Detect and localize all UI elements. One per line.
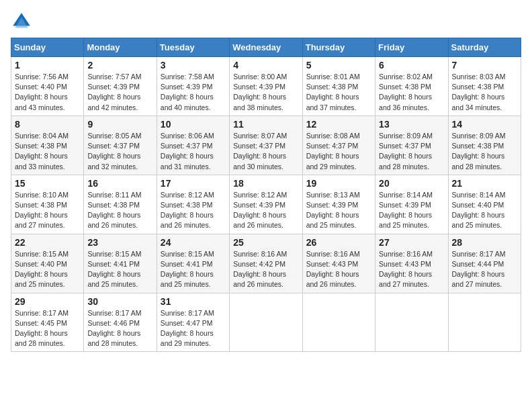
day-info: Sunrise: 8:09 AMSunset: 4:37 PMDaylight:… bbox=[379, 132, 433, 171]
table-row: 12 Sunrise: 8:08 AMSunset: 4:37 PMDaylig… bbox=[302, 116, 375, 175]
day-info: Sunrise: 8:17 AMSunset: 4:46 PMDaylight:… bbox=[87, 309, 141, 348]
day-info: Sunrise: 8:16 AMSunset: 4:43 PMDaylight:… bbox=[379, 250, 433, 289]
table-row: 8 Sunrise: 8:04 AMSunset: 4:38 PMDayligh… bbox=[11, 116, 84, 175]
table-row: 5 Sunrise: 8:01 AMSunset: 4:38 PMDayligh… bbox=[302, 57, 375, 116]
day-info: Sunrise: 8:04 AMSunset: 4:38 PMDaylight:… bbox=[15, 132, 69, 171]
table-row: 1 Sunrise: 7:56 AMSunset: 4:40 PMDayligh… bbox=[11, 57, 84, 116]
calendar-week-row: 8 Sunrise: 8:04 AMSunset: 4:38 PMDayligh… bbox=[11, 116, 521, 175]
table-row: 22 Sunrise: 8:15 AMSunset: 4:40 PMDaylig… bbox=[11, 234, 84, 293]
day-number: 26 bbox=[306, 237, 371, 248]
day-info: Sunrise: 8:03 AMSunset: 4:38 PMDaylight:… bbox=[452, 73, 506, 111]
day-number: 19 bbox=[306, 178, 371, 189]
table-row bbox=[302, 293, 375, 352]
day-info: Sunrise: 8:00 AMSunset: 4:39 PMDaylight:… bbox=[233, 73, 287, 111]
day-info: Sunrise: 8:17 AMSunset: 4:47 PMDaylight:… bbox=[161, 309, 214, 348]
day-number: 30 bbox=[87, 296, 152, 307]
day-info: Sunrise: 8:02 AMSunset: 4:38 PMDaylight:… bbox=[379, 73, 433, 111]
day-number: 11 bbox=[233, 119, 298, 130]
day-number: 23 bbox=[87, 237, 152, 248]
day-number: 17 bbox=[161, 178, 226, 189]
day-info: Sunrise: 8:12 AMSunset: 4:38 PMDaylight:… bbox=[161, 191, 214, 230]
day-info: Sunrise: 8:10 AMSunset: 4:38 PMDaylight:… bbox=[15, 191, 69, 230]
day-number: 15 bbox=[15, 178, 80, 189]
day-number: 21 bbox=[452, 178, 517, 189]
table-row: 19 Sunrise: 8:13 AMSunset: 4:39 PMDaylig… bbox=[302, 175, 375, 234]
day-info: Sunrise: 8:11 AMSunset: 4:38 PMDaylight:… bbox=[87, 191, 141, 230]
table-row bbox=[375, 293, 448, 352]
table-row: 11 Sunrise: 8:07 AMSunset: 4:37 PMDaylig… bbox=[230, 116, 302, 175]
header-friday: Friday bbox=[375, 38, 448, 57]
table-row: 3 Sunrise: 7:58 AMSunset: 4:39 PMDayligh… bbox=[157, 57, 229, 116]
logo-icon bbox=[11, 11, 32, 32]
table-row: 15 Sunrise: 8:10 AMSunset: 4:38 PMDaylig… bbox=[11, 175, 84, 234]
table-row: 27 Sunrise: 8:16 AMSunset: 4:43 PMDaylig… bbox=[375, 234, 448, 293]
day-number: 14 bbox=[452, 119, 517, 130]
day-number: 1 bbox=[15, 60, 80, 71]
table-row: 4 Sunrise: 8:00 AMSunset: 4:39 PMDayligh… bbox=[230, 57, 302, 116]
table-row: 13 Sunrise: 8:09 AMSunset: 4:37 PMDaylig… bbox=[375, 116, 448, 175]
day-number: 29 bbox=[15, 296, 80, 307]
day-number: 20 bbox=[379, 178, 444, 189]
day-info: Sunrise: 8:15 AMSunset: 4:41 PMDaylight:… bbox=[87, 250, 141, 289]
day-info: Sunrise: 8:05 AMSunset: 4:37 PMDaylight:… bbox=[87, 132, 141, 171]
calendar-week-row: 1 Sunrise: 7:56 AMSunset: 4:40 PMDayligh… bbox=[11, 57, 521, 116]
day-info: Sunrise: 8:07 AMSunset: 4:37 PMDaylight:… bbox=[233, 132, 287, 171]
day-info: Sunrise: 8:17 AMSunset: 4:44 PMDaylight:… bbox=[452, 250, 506, 289]
table-row: 31 Sunrise: 8:17 AMSunset: 4:47 PMDaylig… bbox=[157, 293, 229, 352]
day-number: 5 bbox=[306, 60, 371, 71]
day-number: 16 bbox=[87, 178, 152, 189]
header-sunday: Sunday bbox=[11, 38, 84, 57]
day-number: 28 bbox=[452, 237, 517, 248]
table-row: 24 Sunrise: 8:15 AMSunset: 4:41 PMDaylig… bbox=[157, 234, 229, 293]
table-row: 16 Sunrise: 8:11 AMSunset: 4:38 PMDaylig… bbox=[84, 175, 157, 234]
day-number: 24 bbox=[161, 237, 226, 248]
day-info: Sunrise: 8:13 AMSunset: 4:39 PMDaylight:… bbox=[306, 191, 360, 230]
calendar-week-row: 29 Sunrise: 8:17 AMSunset: 4:45 PMDaylig… bbox=[11, 293, 521, 352]
calendar-table: Sunday Monday Tuesday Wednesday Thursday… bbox=[11, 38, 521, 352]
calendar-week-row: 22 Sunrise: 8:15 AMSunset: 4:40 PMDaylig… bbox=[11, 234, 521, 293]
table-row: 20 Sunrise: 8:14 AMSunset: 4:39 PMDaylig… bbox=[375, 175, 448, 234]
day-info: Sunrise: 8:17 AMSunset: 4:45 PMDaylight:… bbox=[15, 309, 69, 348]
table-row bbox=[448, 293, 521, 352]
table-row bbox=[230, 293, 302, 352]
table-row: 23 Sunrise: 8:15 AMSunset: 4:41 PMDaylig… bbox=[84, 234, 157, 293]
header-wednesday: Wednesday bbox=[230, 38, 302, 57]
header-tuesday: Tuesday bbox=[157, 38, 229, 57]
day-number: 13 bbox=[379, 119, 444, 130]
day-info: Sunrise: 7:57 AMSunset: 4:39 PMDaylight:… bbox=[87, 73, 141, 111]
day-number: 25 bbox=[233, 237, 298, 248]
table-row: 9 Sunrise: 8:05 AMSunset: 4:37 PMDayligh… bbox=[84, 116, 157, 175]
day-info: Sunrise: 8:09 AMSunset: 4:38 PMDaylight:… bbox=[452, 132, 506, 171]
table-row: 25 Sunrise: 8:16 AMSunset: 4:42 PMDaylig… bbox=[230, 234, 302, 293]
table-row: 2 Sunrise: 7:57 AMSunset: 4:39 PMDayligh… bbox=[84, 57, 157, 116]
table-row: 21 Sunrise: 8:14 AMSunset: 4:40 PMDaylig… bbox=[448, 175, 521, 234]
day-info: Sunrise: 8:16 AMSunset: 4:42 PMDaylight:… bbox=[233, 250, 287, 289]
day-info: Sunrise: 7:58 AMSunset: 4:39 PMDaylight:… bbox=[161, 73, 214, 111]
table-row: 6 Sunrise: 8:02 AMSunset: 4:38 PMDayligh… bbox=[375, 57, 448, 116]
day-info: Sunrise: 8:08 AMSunset: 4:37 PMDaylight:… bbox=[306, 132, 360, 171]
table-row: 28 Sunrise: 8:17 AMSunset: 4:44 PMDaylig… bbox=[448, 234, 521, 293]
day-info: Sunrise: 8:01 AMSunset: 4:38 PMDaylight:… bbox=[306, 73, 360, 111]
day-number: 10 bbox=[161, 119, 226, 130]
day-number: 18 bbox=[233, 178, 298, 189]
day-number: 12 bbox=[306, 119, 371, 130]
day-number: 2 bbox=[87, 60, 152, 71]
logo bbox=[11, 11, 35, 32]
day-info: Sunrise: 8:15 AMSunset: 4:41 PMDaylight:… bbox=[161, 250, 214, 289]
day-number: 7 bbox=[452, 60, 517, 71]
day-number: 9 bbox=[87, 119, 152, 130]
day-number: 6 bbox=[379, 60, 444, 71]
day-number: 4 bbox=[233, 60, 298, 71]
day-info: Sunrise: 7:56 AMSunset: 4:40 PMDaylight:… bbox=[15, 73, 69, 111]
day-info: Sunrise: 8:14 AMSunset: 4:40 PMDaylight:… bbox=[452, 191, 506, 230]
table-row: 17 Sunrise: 8:12 AMSunset: 4:38 PMDaylig… bbox=[157, 175, 229, 234]
table-row: 14 Sunrise: 8:09 AMSunset: 4:38 PMDaylig… bbox=[448, 116, 521, 175]
header-saturday: Saturday bbox=[448, 38, 521, 57]
calendar-week-row: 15 Sunrise: 8:10 AMSunset: 4:38 PMDaylig… bbox=[11, 175, 521, 234]
table-row: 10 Sunrise: 8:06 AMSunset: 4:37 PMDaylig… bbox=[157, 116, 229, 175]
day-info: Sunrise: 8:15 AMSunset: 4:40 PMDaylight:… bbox=[15, 250, 69, 289]
day-info: Sunrise: 8:06 AMSunset: 4:37 PMDaylight:… bbox=[161, 132, 214, 171]
table-row: 18 Sunrise: 8:12 AMSunset: 4:39 PMDaylig… bbox=[230, 175, 302, 234]
table-row: 30 Sunrise: 8:17 AMSunset: 4:46 PMDaylig… bbox=[84, 293, 157, 352]
header-thursday: Thursday bbox=[302, 38, 375, 57]
